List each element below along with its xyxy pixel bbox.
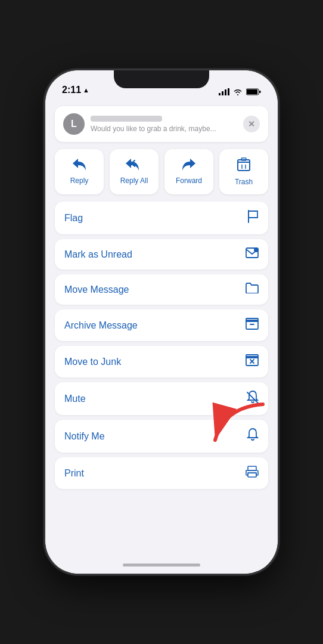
- location-icon: ▲: [83, 86, 89, 94]
- forward-label: Forward: [176, 177, 202, 185]
- svg-rect-0: [219, 93, 220, 95]
- status-time: 2:11 ▲: [62, 85, 89, 95]
- forward-icon: [181, 157, 197, 173]
- reply-all-icon: [125, 157, 143, 173]
- svg-rect-6: [259, 91, 261, 93]
- reply-all-label: Reply All: [120, 177, 148, 185]
- trash-label: Trash: [235, 178, 253, 186]
- email-preview-text: Would you like to grab a drink, maybe...: [91, 116, 237, 133]
- move-message-label: Move Message: [64, 284, 129, 295]
- svg-rect-5: [247, 89, 257, 94]
- printer-icon: [246, 466, 259, 481]
- wifi-icon: [233, 88, 243, 95]
- notch: [114, 70, 209, 88]
- envelope-icon: [246, 247, 259, 261]
- archive-label: Archive Message: [64, 320, 138, 331]
- move-junk-label: Move to Junk: [64, 357, 121, 367]
- email-preview-card: L Would you like to grab a drink, maybe.…: [55, 106, 268, 142]
- mute-menu-item[interactable]: Mute: [55, 382, 268, 415]
- trash-button[interactable]: Trash: [219, 149, 268, 194]
- avatar: L: [63, 113, 85, 135]
- folder-icon: [246, 283, 259, 296]
- reply-icon: [72, 157, 87, 173]
- mark-unread-label: Mark as Unread: [64, 249, 132, 260]
- reply-button[interactable]: Reply: [55, 149, 104, 194]
- time-display: 2:11: [62, 85, 81, 95]
- close-icon: ✕: [248, 119, 255, 129]
- print-label: Print: [64, 468, 84, 479]
- reply-label: Reply: [70, 177, 89, 185]
- move-junk-menu-item[interactable]: Move to Junk: [55, 346, 268, 377]
- home-indicator: [123, 564, 200, 566]
- status-icons: [219, 88, 261, 95]
- menu-list: Flag Mark as Unread: [55, 202, 268, 489]
- close-button[interactable]: ✕: [243, 116, 260, 132]
- junk-icon: [246, 354, 259, 369]
- svg-rect-24: [248, 473, 256, 477]
- trash-icon: [237, 157, 250, 174]
- signal-icon: [219, 88, 229, 95]
- svg-rect-2: [225, 89, 226, 95]
- phone-frame: 2:11 ▲: [45, 70, 278, 574]
- mute-label: Mute: [64, 394, 86, 404]
- notify-me-label: Notify Me: [64, 431, 105, 442]
- flag-menu-item[interactable]: Flag: [55, 202, 268, 234]
- avatar-letter: L: [71, 119, 77, 129]
- archive-icon: [246, 318, 259, 333]
- archive-menu-item[interactable]: Archive Message: [55, 309, 268, 341]
- print-menu-item[interactable]: Print: [55, 457, 268, 489]
- bell-icon: [247, 428, 259, 444]
- notify-me-menu-item[interactable]: Notify Me: [55, 420, 268, 453]
- email-subject: Would you like to grab a drink, maybe...: [91, 125, 237, 133]
- forward-button[interactable]: Forward: [164, 149, 213, 194]
- screen-content: L Would you like to grab a drink, maybe.…: [45, 100, 278, 574]
- bell-slash-icon: [247, 391, 259, 407]
- svg-rect-23: [248, 466, 256, 470]
- svg-point-14: [254, 247, 259, 252]
- svg-rect-7: [238, 160, 250, 171]
- flag-icon: [247, 210, 259, 226]
- svg-rect-1: [222, 91, 223, 95]
- battery-icon: [246, 88, 261, 95]
- email-sender: [91, 116, 162, 122]
- mark-unread-menu-item[interactable]: Mark as Unread: [55, 239, 268, 270]
- screen: 2:11 ▲: [45, 70, 278, 574]
- flag-label: Flag: [64, 213, 83, 224]
- action-buttons-row: Reply Reply All: [55, 149, 268, 194]
- svg-rect-3: [228, 88, 229, 95]
- move-message-menu-item[interactable]: Move Message: [55, 274, 268, 305]
- reply-all-button[interactable]: Reply All: [110, 149, 159, 194]
